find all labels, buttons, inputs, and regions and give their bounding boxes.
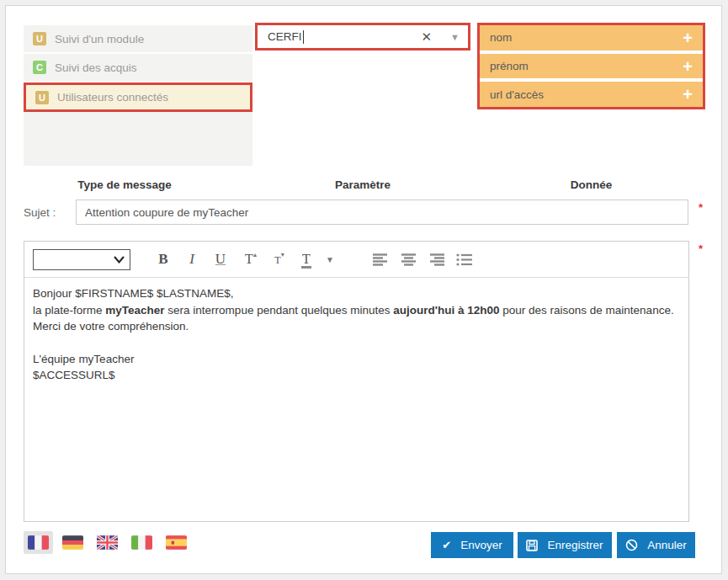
subscript-button[interactable]: T▾ [267,251,289,268]
send-button[interactable]: ✔ Envoyer [431,532,513,558]
message-editor: B I U T▴ T▾ T ▼ Bonjour $FIRSTNAME$ $LAS [24,241,689,522]
data-field-prenom[interactable]: prénom + [480,54,703,79]
type-item-label: Utilisateurs connectés [57,91,168,104]
save-icon [526,540,538,551]
add-icon[interactable]: + [683,86,693,103]
message-line: la plate-forme myTeacher sera interrompu… [33,302,680,319]
module-badge-icon: U [33,32,46,45]
language-english[interactable] [93,531,122,554]
chevron-down-icon [114,256,125,263]
type-item-suivi-acquis[interactable]: C Suivi des acquis [24,54,252,82]
align-right-icon[interactable] [428,253,444,266]
type-item-suivi-module[interactable]: U Suivi d'un module [24,25,252,54]
data-field-label: nom [490,31,512,44]
italian-flag-icon [131,535,152,550]
subject-label: Sujet : [24,206,56,219]
message-body[interactable]: Bonjour $FIRSTNAME$ $LASTNAME$, la plate… [24,278,688,391]
cancel-icon [625,539,638,551]
language-german[interactable] [58,531,88,554]
language-selector [24,531,196,554]
add-icon[interactable]: + [683,29,693,46]
language-spanish[interactable] [162,531,191,554]
underline-button[interactable]: U [210,251,231,268]
type-item-label: Suivi d'un module [55,33,144,45]
message-line: $ACCESSURL$ [33,367,680,384]
data-field-label: prénom [490,60,529,72]
text-color-dropdown-icon[interactable]: ▼ [326,255,334,264]
message-editor-screen: U Suivi d'un module C Suivi des acquis U… [0,0,728,580]
send-button-label: Envoyer [460,539,502,551]
cancel-button-label: Annuler [647,539,687,551]
cancel-button[interactable]: Annuler [617,532,695,558]
clear-icon[interactable]: ✕ [422,30,433,43]
message-line: Merci de votre compréhension. [33,318,680,335]
text-color-button[interactable]: T [295,251,317,268]
superscript-mark-icon: ▴ [253,251,257,258]
check-icon: ✔ [442,539,451,551]
data-field-url-acces[interactable]: url d'accès + [480,82,703,107]
message-line: Bonjour $FIRSTNAME$ $LASTNAME$, [33,285,680,302]
type-item-label: Suivi des acquis [55,61,137,74]
superscript-button[interactable]: T▴ [238,251,260,268]
spanish-flag-icon [166,535,187,550]
font-select[interactable] [33,249,130,270]
text-caret [303,30,304,44]
subject-input[interactable] [76,200,688,225]
language-italian[interactable] [127,531,157,554]
data-field-nom[interactable]: nom + [480,25,703,51]
column-header-data: Donnée [477,178,705,191]
type-item-utilisateurs-connectes[interactable]: U Utilisateurs connectés [24,82,252,112]
message-type-list: U Suivi d'un module C Suivi des acquis U… [24,25,252,166]
save-button[interactable]: Enregistrer [518,532,612,558]
data-field-label: url d'accès [490,88,544,101]
italic-button[interactable]: I [181,251,203,268]
align-center-icon[interactable] [401,253,417,266]
message-line: L'équipe myTeacher [33,351,680,368]
save-button-label: Enregistrer [547,539,603,551]
data-field-list: nom + prénom + url d'accès + [477,23,705,109]
chevron-down-icon[interactable]: ▼ [450,32,460,42]
column-header-type: Type de message [24,178,226,191]
column-header-parameter: Paramètre [255,178,470,191]
users-badge-icon: U [35,91,49,104]
british-flag-icon [97,535,118,550]
required-asterisk: * [699,242,703,255]
acquis-badge-icon: C [33,61,46,74]
parameter-combobox[interactable]: CERFI ✕ ▼ [255,23,470,51]
subscript-mark-icon: ▾ [281,251,284,258]
bullet-list-icon[interactable] [456,253,472,266]
french-flag-icon [28,535,49,550]
add-icon[interactable]: + [683,58,693,75]
german-flag-icon [62,535,83,550]
message-blank-line [33,335,680,351]
align-left-icon[interactable] [373,253,389,266]
editor-toolbar: B I U T▴ T▾ T ▼ [24,242,688,278]
required-asterisk: * [699,201,703,214]
bold-button[interactable]: B [152,251,174,268]
combobox-value[interactable]: CERFI [268,30,302,43]
language-french[interactable] [24,531,53,554]
